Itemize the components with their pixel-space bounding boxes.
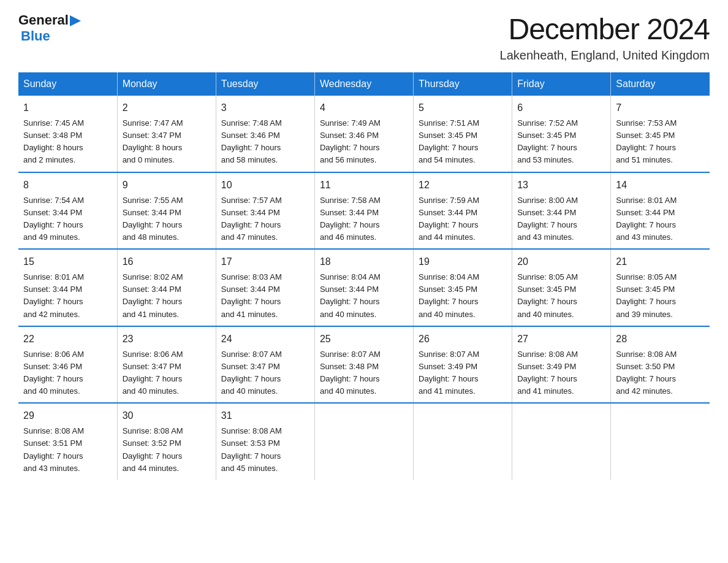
calendar-cell xyxy=(611,403,710,480)
day-info: Sunrise: 7:59 AMSunset: 3:44 PMDaylight:… xyxy=(419,194,507,244)
day-number: 25 xyxy=(320,332,408,347)
day-number: 7 xyxy=(616,101,705,115)
day-number: 23 xyxy=(123,332,211,347)
calendar-cell: 15Sunrise: 8:01 AMSunset: 3:44 PMDayligh… xyxy=(18,249,117,326)
day-number: 8 xyxy=(23,178,112,193)
calendar-cell: 2Sunrise: 7:47 AMSunset: 3:47 PMDaylight… xyxy=(117,96,216,172)
calendar-cell: 6Sunrise: 7:52 AMSunset: 3:45 PMDaylight… xyxy=(512,96,611,172)
day-number: 1 xyxy=(23,101,112,115)
day-number: 16 xyxy=(123,255,211,269)
day-number: 13 xyxy=(517,178,605,193)
day-info: Sunrise: 7:57 AMSunset: 3:44 PMDaylight:… xyxy=(221,194,309,244)
day-number: 29 xyxy=(23,408,112,423)
calendar-cell: 11Sunrise: 7:58 AMSunset: 3:44 PMDayligh… xyxy=(314,172,413,250)
calendar-week-row: 29Sunrise: 8:08 AMSunset: 3:51 PMDayligh… xyxy=(18,403,710,480)
logo-arrow-icon xyxy=(70,15,81,26)
calendar-cell: 3Sunrise: 7:48 AMSunset: 3:46 PMDaylight… xyxy=(216,96,314,172)
calendar-cell: 25Sunrise: 8:07 AMSunset: 3:48 PMDayligh… xyxy=(314,326,413,404)
calendar-cell xyxy=(414,403,512,480)
col-monday: Monday xyxy=(117,72,216,96)
calendar-cell: 13Sunrise: 8:00 AMSunset: 3:44 PMDayligh… xyxy=(512,172,611,250)
calendar-table: Sunday Monday Tuesday Wednesday Thursday… xyxy=(18,72,710,480)
day-number: 30 xyxy=(123,408,211,423)
location-subtitle: Lakenheath, England, United Kingdom xyxy=(500,48,710,63)
day-number: 6 xyxy=(517,101,605,115)
calendar-cell: 29Sunrise: 8:08 AMSunset: 3:51 PMDayligh… xyxy=(18,403,117,480)
calendar-cell: 28Sunrise: 8:08 AMSunset: 3:50 PMDayligh… xyxy=(611,326,710,404)
calendar-cell: 31Sunrise: 8:08 AMSunset: 3:53 PMDayligh… xyxy=(216,403,314,480)
svg-marker-0 xyxy=(70,15,81,26)
day-number: 12 xyxy=(419,178,507,193)
calendar-cell: 17Sunrise: 8:03 AMSunset: 3:44 PMDayligh… xyxy=(216,249,314,326)
calendar-cell: 5Sunrise: 7:51 AMSunset: 3:45 PMDaylight… xyxy=(414,96,512,172)
day-info: Sunrise: 7:53 AMSunset: 3:45 PMDaylight:… xyxy=(616,117,705,167)
day-number: 4 xyxy=(320,101,408,115)
day-number: 31 xyxy=(221,408,309,423)
day-info: Sunrise: 8:01 AMSunset: 3:44 PMDaylight:… xyxy=(616,194,705,244)
day-number: 2 xyxy=(123,101,211,115)
day-info: Sunrise: 7:58 AMSunset: 3:44 PMDaylight:… xyxy=(320,194,408,244)
calendar-cell: 7Sunrise: 7:53 AMSunset: 3:45 PMDaylight… xyxy=(611,96,710,172)
calendar-cell: 24Sunrise: 8:07 AMSunset: 3:47 PMDayligh… xyxy=(216,326,314,404)
col-thursday: Thursday xyxy=(414,72,512,96)
day-info: Sunrise: 7:48 AMSunset: 3:46 PMDaylight:… xyxy=(221,117,309,167)
day-info: Sunrise: 7:47 AMSunset: 3:47 PMDaylight:… xyxy=(123,117,211,167)
day-number: 20 xyxy=(517,255,605,269)
calendar-cell: 14Sunrise: 8:01 AMSunset: 3:44 PMDayligh… xyxy=(611,172,710,250)
col-wednesday: Wednesday xyxy=(314,72,413,96)
day-info: Sunrise: 8:05 AMSunset: 3:45 PMDaylight:… xyxy=(517,271,605,321)
day-number: 28 xyxy=(616,332,705,347)
day-info: Sunrise: 8:06 AMSunset: 3:46 PMDaylight:… xyxy=(23,348,112,398)
day-info: Sunrise: 8:04 AMSunset: 3:45 PMDaylight:… xyxy=(419,271,507,321)
day-info: Sunrise: 8:07 AMSunset: 3:47 PMDaylight:… xyxy=(221,348,309,398)
day-number: 11 xyxy=(320,178,408,193)
day-info: Sunrise: 7:54 AMSunset: 3:44 PMDaylight:… xyxy=(23,194,112,244)
calendar-week-row: 1Sunrise: 7:45 AMSunset: 3:48 PMDaylight… xyxy=(18,96,710,172)
day-info: Sunrise: 8:00 AMSunset: 3:44 PMDaylight:… xyxy=(517,194,605,244)
day-number: 26 xyxy=(419,332,507,347)
day-number: 18 xyxy=(320,255,408,269)
calendar-week-row: 8Sunrise: 7:54 AMSunset: 3:44 PMDaylight… xyxy=(18,172,710,250)
day-info: Sunrise: 8:01 AMSunset: 3:44 PMDaylight:… xyxy=(23,271,112,321)
day-number: 17 xyxy=(221,255,309,269)
logo: General Blue xyxy=(18,12,81,44)
day-number: 21 xyxy=(616,255,705,269)
day-info: Sunrise: 8:08 AMSunset: 3:52 PMDaylight:… xyxy=(123,425,211,475)
day-number: 27 xyxy=(517,332,605,347)
calendar-cell xyxy=(314,403,413,480)
calendar-cell: 16Sunrise: 8:02 AMSunset: 3:44 PMDayligh… xyxy=(117,249,216,326)
calendar-cell xyxy=(512,403,611,480)
day-info: Sunrise: 7:45 AMSunset: 3:48 PMDaylight:… xyxy=(23,117,112,167)
day-info: Sunrise: 8:07 AMSunset: 3:49 PMDaylight:… xyxy=(419,348,507,398)
col-tuesday: Tuesday xyxy=(216,72,314,96)
page-header: General Blue December 2024 Lakenheath, E… xyxy=(18,12,710,63)
calendar-cell: 8Sunrise: 7:54 AMSunset: 3:44 PMDaylight… xyxy=(18,172,117,250)
logo-general-text: General xyxy=(18,12,69,28)
day-info: Sunrise: 7:55 AMSunset: 3:44 PMDaylight:… xyxy=(123,194,211,244)
title-block: December 2024 Lakenheath, England, Unite… xyxy=(500,12,710,63)
calendar-header-row: Sunday Monday Tuesday Wednesday Thursday… xyxy=(18,72,710,96)
col-sunday: Sunday xyxy=(18,72,117,96)
calendar-cell: 27Sunrise: 8:08 AMSunset: 3:49 PMDayligh… xyxy=(512,326,611,404)
day-info: Sunrise: 8:02 AMSunset: 3:44 PMDaylight:… xyxy=(123,271,211,321)
col-saturday: Saturday xyxy=(611,72,710,96)
day-number: 3 xyxy=(221,101,309,115)
day-number: 15 xyxy=(23,255,112,269)
day-number: 22 xyxy=(23,332,112,347)
day-info: Sunrise: 8:06 AMSunset: 3:47 PMDaylight:… xyxy=(123,348,211,398)
day-info: Sunrise: 8:08 AMSunset: 3:50 PMDaylight:… xyxy=(616,348,705,398)
calendar-week-row: 15Sunrise: 8:01 AMSunset: 3:44 PMDayligh… xyxy=(18,249,710,326)
calendar-cell: 30Sunrise: 8:08 AMSunset: 3:52 PMDayligh… xyxy=(117,403,216,480)
calendar-cell: 23Sunrise: 8:06 AMSunset: 3:47 PMDayligh… xyxy=(117,326,216,404)
day-number: 14 xyxy=(616,178,705,193)
day-info: Sunrise: 8:05 AMSunset: 3:45 PMDaylight:… xyxy=(616,271,705,321)
day-info: Sunrise: 8:07 AMSunset: 3:48 PMDaylight:… xyxy=(320,348,408,398)
calendar-cell: 12Sunrise: 7:59 AMSunset: 3:44 PMDayligh… xyxy=(414,172,512,250)
day-info: Sunrise: 8:08 AMSunset: 3:49 PMDaylight:… xyxy=(517,348,605,398)
calendar-cell: 22Sunrise: 8:06 AMSunset: 3:46 PMDayligh… xyxy=(18,326,117,404)
day-number: 24 xyxy=(221,332,309,347)
day-info: Sunrise: 8:04 AMSunset: 3:44 PMDaylight:… xyxy=(320,271,408,321)
day-info: Sunrise: 8:03 AMSunset: 3:44 PMDaylight:… xyxy=(221,271,309,321)
calendar-cell: 18Sunrise: 8:04 AMSunset: 3:44 PMDayligh… xyxy=(314,249,413,326)
day-info: Sunrise: 8:08 AMSunset: 3:51 PMDaylight:… xyxy=(23,425,112,475)
